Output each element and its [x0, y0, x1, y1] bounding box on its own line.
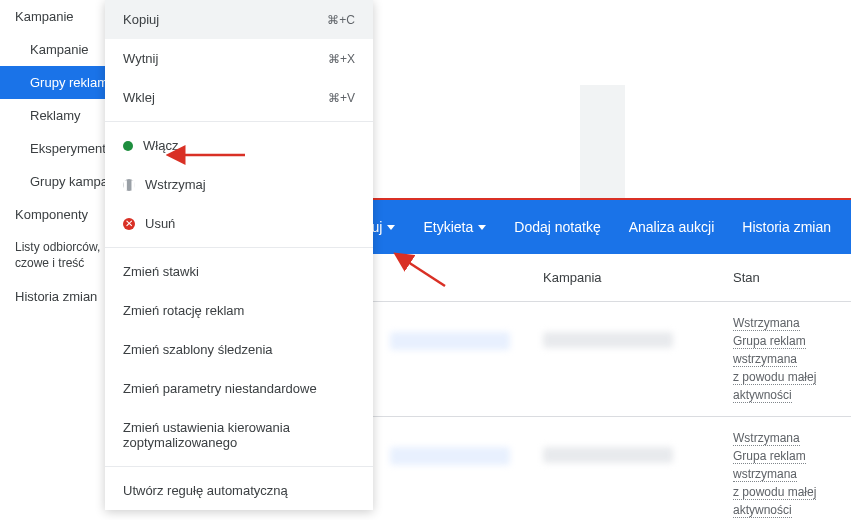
menu-label: Wstrzymaj	[145, 177, 206, 192]
menu-item-change-tracking[interactable]: Zmień szablony śledzenia	[105, 330, 373, 369]
menu-item-copy[interactable]: Kopiuj ⌘+C	[105, 0, 373, 39]
toolbar-auction-analysis[interactable]: Analiza aukcji	[629, 219, 715, 235]
menu-divider	[105, 466, 373, 467]
caret-down-icon	[387, 225, 395, 230]
menu-item-change-params[interactable]: Zmień parametry niestandardowe	[105, 369, 373, 408]
chart-bar	[580, 85, 625, 200]
blurred-text	[543, 447, 673, 463]
th-campaign: Kampania	[525, 254, 715, 301]
td-status: WstrzymanaGrupa reklamwstrzymanaz powodu…	[715, 417, 851, 520]
menu-divider	[105, 121, 373, 122]
toolbar-label[interactable]: Etykieta	[423, 219, 486, 235]
menu-label: Utwórz regułę automatyczną	[123, 483, 288, 498]
menu-item-cut[interactable]: Wytnij ⌘+X	[105, 39, 373, 78]
menu-divider	[105, 247, 373, 248]
menu-shortcut: ⌘+C	[327, 13, 355, 27]
td-status: WstrzymanaGrupa reklamwstrzymanaz powodu…	[715, 302, 851, 416]
menu-shortcut: ⌘+X	[328, 52, 355, 66]
menu-label: Zmień stawki	[123, 264, 199, 279]
caret-down-icon	[478, 225, 486, 230]
toolbar-label-text: Etykieta	[423, 219, 473, 235]
context-menu: Kopiuj ⌘+C Wytnij ⌘+X Wklej ⌘+V Włącz ❚❚…	[105, 0, 373, 510]
menu-label: Włącz	[143, 138, 178, 153]
svg-line-3	[408, 262, 445, 286]
menu-item-pause[interactable]: ❚❚Wstrzymaj	[105, 165, 373, 204]
annotation-arrow	[400, 258, 450, 292]
menu-label: Wytnij	[123, 51, 158, 66]
menu-label: Kopiuj	[123, 12, 159, 27]
menu-label: Zmień szablony śledzenia	[123, 342, 273, 357]
blurred-text	[543, 332, 673, 348]
menu-shortcut: ⌘+V	[328, 91, 355, 105]
menu-item-change-rotation[interactable]: Zmień rotację reklam	[105, 291, 373, 330]
menu-label: Zmień rotację reklam	[123, 303, 244, 318]
annotation-arrow	[175, 147, 245, 167]
blurred-text	[390, 332, 510, 350]
blurred-text	[390, 447, 510, 465]
enable-icon	[123, 141, 133, 151]
th-status: Stan	[715, 254, 851, 301]
menu-label: Zmień parametry niestandardowe	[123, 381, 317, 396]
pause-icon: ❚❚	[123, 179, 135, 191]
menu-label: Wklej	[123, 90, 155, 105]
menu-item-remove[interactable]: ✕Usuń	[105, 204, 373, 243]
menu-item-change-targeting[interactable]: Zmień ustawienia kierowania zoptymalizow…	[105, 408, 373, 462]
remove-icon: ✕	[123, 218, 135, 230]
menu-label: Usuń	[145, 216, 175, 231]
menu-item-paste[interactable]: Wklej ⌘+V	[105, 78, 373, 117]
toolbar-history[interactable]: Historia zmian	[742, 219, 831, 235]
menu-item-change-bids[interactable]: Zmień stawki	[105, 252, 373, 291]
toolbar-add-note[interactable]: Dodaj notatkę	[514, 219, 600, 235]
menu-item-create-rule[interactable]: Utwórz regułę automatyczną	[105, 471, 373, 510]
menu-label: Zmień ustawienia kierowania zoptymalizow…	[123, 420, 355, 450]
